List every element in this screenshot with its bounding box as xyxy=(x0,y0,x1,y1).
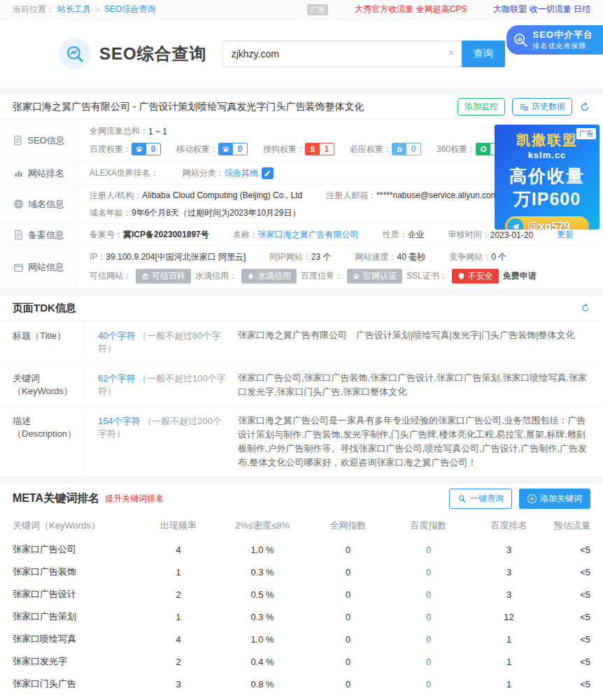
keyword-cell: 张家口广告装饰 xyxy=(13,566,140,578)
topbar-ad-link-blue[interactable]: 大咖联盟 收一切流量 日结 xyxy=(493,4,590,15)
promote-keywords-link[interactable]: 提升关键词排名 xyxy=(105,493,164,505)
baidu-index-link[interactable]: 0 xyxy=(388,657,469,667)
table-row: 张家口广告装饰 1 0.3 % 0 0 3 <5 xyxy=(13,561,590,583)
baidu-rank-cell: 1 xyxy=(469,657,549,667)
query-all-button[interactable]: 一键查询 xyxy=(449,489,512,509)
icp-name-link[interactable]: 张家口海之翼广告有限公司 xyxy=(258,229,359,241)
search-input[interactable] xyxy=(222,41,462,67)
domain-age: 9年6个月8天（过期时间为2023年10月29日） xyxy=(132,207,300,219)
droplet-icon xyxy=(247,272,255,280)
browser-icon xyxy=(13,262,24,273)
water-credit-badge[interactable]: 水滴信用 xyxy=(241,269,297,284)
baidu-index-link[interactable]: 0 xyxy=(388,567,469,578)
sidebar-item-domain-info[interactable]: 域名信息 xyxy=(0,185,78,224)
sidebar-item-seo-info[interactable]: SEO信息 xyxy=(0,119,78,162)
density-cell: 0.8 % xyxy=(217,679,308,690)
table-row: 张家口广告设计 2 0.5 % 0 0 3 <5 xyxy=(13,583,590,606)
competitor-count: 0 个 xyxy=(491,251,506,263)
keyword-cell: 张家口广告公司 xyxy=(13,543,140,556)
traffic-label: 全网流量总和： xyxy=(90,125,148,137)
baidu-index-link[interactable]: 0 xyxy=(388,634,469,645)
ad-banner-cta[interactable]: @xq579 xyxy=(505,216,589,230)
add-keyword-button[interactable]: + 添加关键词 xyxy=(519,489,590,509)
sidebar-item-site-info[interactable]: 网站信息 xyxy=(0,246,78,288)
meta-table: 关键词（KeyWords） 出现频率 2%≤密度≤8% 全网指数 百度指数 百度… xyxy=(0,513,603,700)
baidu-index-link[interactable]: 0 xyxy=(388,679,469,690)
density-cell: 0.3 % xyxy=(217,567,308,578)
ssl-unsafe-badge[interactable]: 不安全 xyxy=(452,269,499,284)
meta-table-body: 张家口广告公司 4 1.0 % 0 0 3 <5 张家口广告装饰 1 0.3 %… xyxy=(13,538,590,700)
shield-icon xyxy=(457,272,465,280)
seo-query-logo-icon xyxy=(59,38,91,70)
meta-table-header: 关键词（KeyWords） 出现频率 2%≤密度≤8% 全网指数 百度指数 百度… xyxy=(13,513,590,538)
site-title: 张家口海之翼广告有限公司 - 广告设计策划喷绘写真发光字门头广告装饰整体文化 xyxy=(13,101,364,113)
ad-tag-badge: 广告 xyxy=(307,4,328,15)
frequency-cell: 1 xyxy=(140,612,217,622)
baidu-rank-cell: 3 xyxy=(469,545,549,555)
history-data-button[interactable]: 历史数据 xyxy=(512,98,572,115)
table-row: 张家口整体文化 3 0.8 % 0 0 3 <5 xyxy=(13,695,590,700)
keyword-cell: 张家口门头广告 xyxy=(13,678,140,690)
frequency-cell: 4 xyxy=(140,545,217,555)
density-cell: 0.5 % xyxy=(217,589,308,600)
ad-banner[interactable]: 广告 凯撒联盟 kslm.cc 高价收量 万IP600 @xq579 xyxy=(495,125,600,230)
baidu-index-link[interactable]: 0 xyxy=(388,589,469,600)
sogou-icon: S xyxy=(306,144,320,155)
so360-icon: O xyxy=(476,144,490,155)
sidebar-item-icp-info[interactable]: 备案信息 xyxy=(0,224,78,246)
meta-keywords-panel: META关键词排名 提升关键词排名 一键查询 + 添加关键词 关键词（KeyWo… xyxy=(0,484,603,700)
baidu-weight-badge[interactable]: 0 xyxy=(132,143,161,155)
table-row: 张家口喷绘写真 4 1.0 % 0 0 1 <5 xyxy=(13,628,590,650)
icp-update-link[interactable]: 更新 xyxy=(557,229,574,241)
allnet-index-cell: 0 xyxy=(308,589,388,600)
page-title: SEO综合查询 xyxy=(99,43,207,65)
frequency-cell: 2 xyxy=(140,657,217,667)
ip-value: 39.100.9.204[中国河北张家口 阿里云] xyxy=(106,251,246,263)
tdk-panel: 页面TDK信息 标题（Title） 40个字符 （一般不超过80个字符） 张家口… xyxy=(0,295,603,477)
clear-icon[interactable]: ✕ xyxy=(448,48,455,58)
category-value-link[interactable]: 综合其他 xyxy=(225,167,258,179)
baidu-rank-cell: 3 xyxy=(469,589,549,600)
query-button[interactable]: 查询 xyxy=(462,41,505,67)
seo-agency-ribbon[interactable]: SEO中介平台 排名优化有保障 xyxy=(506,25,603,55)
baidu-index-link[interactable]: 0 xyxy=(388,545,469,555)
document-icon xyxy=(13,230,24,240)
topbar-ad-link-red[interactable]: 大秀官方收流量 全网超高CPS xyxy=(355,4,467,15)
density-cell: 1.0 % xyxy=(217,634,308,645)
icp-nature: 企业 xyxy=(408,229,425,241)
bank-icon xyxy=(141,272,149,280)
tdk-title: 页面TDK信息 xyxy=(13,302,76,315)
bing-weight-badge[interactable]: b0 xyxy=(392,143,421,155)
traffic-value: 1 ~ 1 xyxy=(148,127,167,136)
allnet-index-cell: 0 xyxy=(308,567,388,578)
tdk-refresh-icon[interactable] xyxy=(581,303,590,313)
est-traffic-cell: <5 xyxy=(549,679,590,690)
sogou-weight-badge[interactable]: S1 xyxy=(305,143,334,155)
bar-chart-icon xyxy=(13,168,24,178)
est-traffic-cell: <5 xyxy=(549,567,590,578)
keyword-cell: 张家口广告设计 xyxy=(13,588,140,601)
sidebar-item-site-rank[interactable]: 网站排名 xyxy=(0,162,78,185)
baidu-rank-cell: 1 xyxy=(469,679,549,690)
trust-encyclopedia-badge[interactable]: 可信百科 xyxy=(136,269,191,284)
baidu-paw-icon xyxy=(353,272,360,280)
icp-audit-date: 2023-01-20 xyxy=(490,230,533,240)
edit-category-icon[interactable] xyxy=(262,167,274,179)
allnet-index-cell: 0 xyxy=(308,612,388,622)
est-traffic-cell: <5 xyxy=(549,589,590,600)
add-monitor-button[interactable]: 添加监控 xyxy=(457,98,505,115)
official-site-cert-badge[interactable]: 官网认证 xyxy=(347,269,402,284)
refresh-icon[interactable] xyxy=(579,102,590,113)
alexa-label: ALEXA世界排名： xyxy=(90,167,159,179)
density-cell: 0.3 % xyxy=(217,612,308,622)
mag-chart-icon xyxy=(513,32,528,48)
meta-title: META关键词排名 xyxy=(13,491,99,506)
baidu-index-link[interactable]: 0 xyxy=(388,612,469,622)
search-icon xyxy=(457,494,467,503)
breadcrumb-stationmaster-tools[interactable]: 站长工具 xyxy=(57,4,91,15)
breadcrumb-seo-query[interactable]: SEO综合查询 xyxy=(104,4,155,15)
allnet-index-cell: 0 xyxy=(308,634,388,645)
ssl-free-apply-link[interactable]: 免费申请 xyxy=(503,270,537,282)
ad-banner-slogan2: 万IP600 xyxy=(495,188,600,211)
mobile-weight-badge[interactable]: 0 xyxy=(218,143,248,155)
